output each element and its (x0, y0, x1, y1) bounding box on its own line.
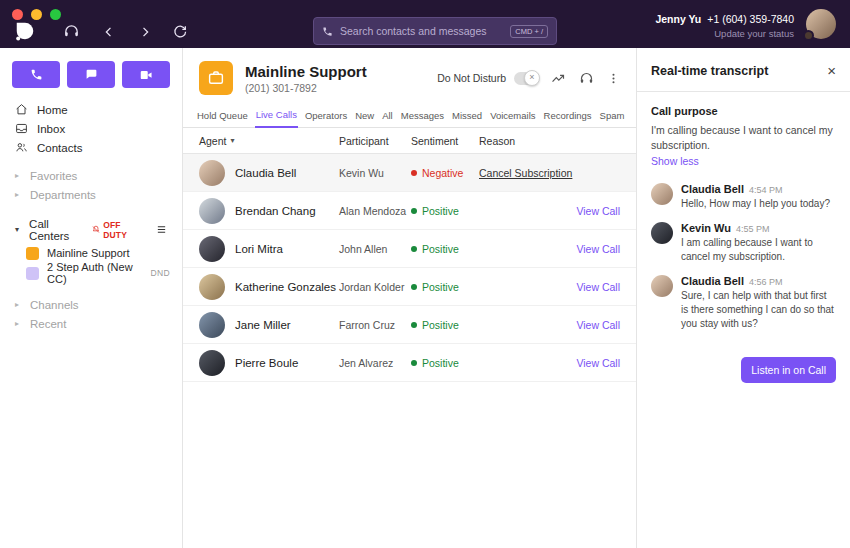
agent-cell: Katherine Gonzales (199, 274, 339, 300)
participant-name: Farron Cruz (339, 319, 411, 331)
search-bar[interactable]: CMD + / (313, 17, 557, 45)
refresh-icon[interactable] (172, 23, 188, 39)
tab-messages[interactable]: Messages (400, 110, 445, 127)
agent-name: Jane Miller (235, 319, 291, 331)
sentiment-dot-icon (411, 246, 417, 252)
sidebar-item-contacts[interactable]: Contacts (0, 138, 182, 157)
sidebar-section-call-centers[interactable]: ▾ Call Centers OFF DUTY (0, 220, 182, 239)
minimize-window-button[interactable] (31, 9, 42, 20)
tab-live-calls[interactable]: Live Calls (255, 109, 298, 128)
agent-name: Brendan Chang (235, 205, 316, 217)
tab-missed[interactable]: Missed (451, 110, 483, 127)
show-less-link[interactable]: Show less (651, 155, 699, 167)
table-row[interactable]: Jane Miller Farron Cruz Positive View Ca… (183, 306, 636, 344)
agent-name: Pierre Boule (235, 357, 298, 369)
tab-hold-queue[interactable]: Hold Queue (196, 110, 249, 127)
sidebar-section-departments[interactable]: ▸ Departments (0, 185, 182, 204)
view-call-link[interactable]: View Call (576, 243, 620, 255)
agent-name: Claudia Bell (235, 167, 296, 179)
transcript-messages: Claudia Bell 4:54 PM Hello, How may I he… (651, 183, 836, 331)
chevron-right-icon: ▸ (15, 171, 23, 180)
headset-icon[interactable] (63, 23, 80, 40)
tab-new[interactable]: New (354, 110, 375, 127)
table-row[interactable]: Pierre Boule Jen Alvarez Positive View C… (183, 344, 636, 382)
forward-icon[interactable] (138, 25, 152, 39)
sidebar-section-channels[interactable]: ▸ Channels (0, 295, 182, 314)
close-window-button[interactable] (12, 9, 23, 20)
view-call-link[interactable]: View Call (576, 319, 620, 331)
sentiment-dot-icon (411, 208, 417, 214)
sentiment-label: Positive (422, 205, 459, 217)
dnd-tag: DND (150, 268, 170, 278)
message-time: 4:55 PM (736, 224, 770, 234)
status-badge (803, 30, 814, 41)
off-duty-badge[interactable]: OFF DUTY (92, 220, 142, 240)
sidebar-section-recent[interactable]: ▸ Recent (0, 314, 182, 333)
trending-up-icon[interactable] (551, 71, 566, 86)
speaker-name: Claudia Bell (681, 183, 744, 195)
message-text: I am calling because I want to cancel my… (681, 236, 836, 264)
message-time: 4:56 PM (749, 277, 783, 287)
back-icon[interactable] (102, 25, 116, 39)
tab-voicemails[interactable]: Voicemails (489, 110, 536, 127)
section-label: Departments (30, 189, 96, 201)
avatar (651, 275, 673, 297)
view-call-link[interactable]: View Call (576, 205, 620, 217)
search-input[interactable] (340, 25, 503, 37)
column-header-agent[interactable]: Agent ▾ (199, 135, 339, 147)
transcript-panel: Real-time transcript × Call purpose I'm … (637, 48, 850, 548)
do-not-disturb-label: Do Not Disturb (437, 72, 506, 84)
avatar (651, 183, 673, 205)
page-title: Mainline Support (245, 63, 367, 80)
tab-operators[interactable]: Operators (304, 110, 348, 127)
toggle-knob-icon: × (524, 70, 540, 86)
tab-recordings[interactable]: Recordings (543, 110, 593, 127)
sidebar-item-label: Home (37, 104, 68, 116)
sentiment-label: Negative (422, 167, 463, 179)
avatar (199, 350, 225, 376)
user-info: Jenny Yu +1 (604) 359-7840 Update your s… (655, 13, 794, 39)
quick-actions (0, 48, 182, 94)
chevron-right-icon: ▸ (15, 300, 23, 309)
sidebar-item-2-step-auth[interactable]: 2 Step Auth (New CC) DND (0, 263, 182, 283)
sidebar-item-mainline-support[interactable]: Mainline Support (0, 243, 182, 263)
main-content: Mainline Support (201) 301-7892 Do Not D… (183, 48, 637, 548)
new-video-button[interactable] (122, 61, 170, 88)
phone-icon (322, 26, 333, 37)
call-center-color-icon (26, 247, 39, 260)
zoom-window-button[interactable] (50, 9, 61, 20)
table-row[interactable]: Brendan Chang Alan Mendoza Positive View… (183, 192, 636, 230)
table-row[interactable]: Claudia Bell Kevin Wu Negative Cancel Su… (183, 154, 636, 192)
listen-in-on-call-button[interactable]: Listen in on Call (741, 357, 836, 383)
tab-spam[interactable]: Spam (599, 110, 626, 127)
kebab-menu-icon[interactable] (607, 72, 620, 85)
agent-cell: Claudia Bell (199, 160, 339, 186)
headset-icon[interactable] (579, 71, 594, 86)
tab-all[interactable]: All (381, 110, 394, 127)
window-controls (12, 9, 61, 20)
do-not-disturb-toggle[interactable]: × (514, 72, 538, 85)
section-label: Call Centers (29, 218, 85, 242)
speaker-name: Kevin Wu (681, 222, 731, 234)
message-time: 4:54 PM (749, 185, 783, 195)
participant-name: Kevin Wu (339, 167, 411, 179)
menu-icon[interactable] (156, 224, 167, 235)
new-call-button[interactable] (12, 61, 60, 88)
close-icon[interactable]: × (827, 63, 836, 78)
sidebar-section-favorites[interactable]: ▸ Favorites (0, 166, 182, 185)
sentiment-cell: Positive (411, 205, 479, 217)
sidebar-nav: Home Inbox Contacts (0, 100, 182, 157)
user-avatar[interactable] (806, 9, 836, 39)
new-message-button[interactable] (67, 61, 115, 88)
view-call-link[interactable]: View Call (576, 281, 620, 293)
sidebar-item-home[interactable]: Home (0, 100, 182, 119)
table-row[interactable]: Lori Mitra John Allen Positive View Call (183, 230, 636, 268)
section-label: Favorites (30, 170, 77, 182)
reason-link[interactable]: Cancel Subscription (479, 167, 572, 179)
table-row[interactable]: Katherine Gonzales Jordan Kolder Positiv… (183, 268, 636, 306)
sidebar-item-inbox[interactable]: Inbox (0, 119, 182, 138)
view-call-link[interactable]: View Call (576, 357, 620, 369)
update-status-link[interactable]: Update your status (655, 28, 794, 39)
agent-cell: Pierre Boule (199, 350, 339, 376)
call-center-label: Mainline Support (47, 247, 130, 259)
